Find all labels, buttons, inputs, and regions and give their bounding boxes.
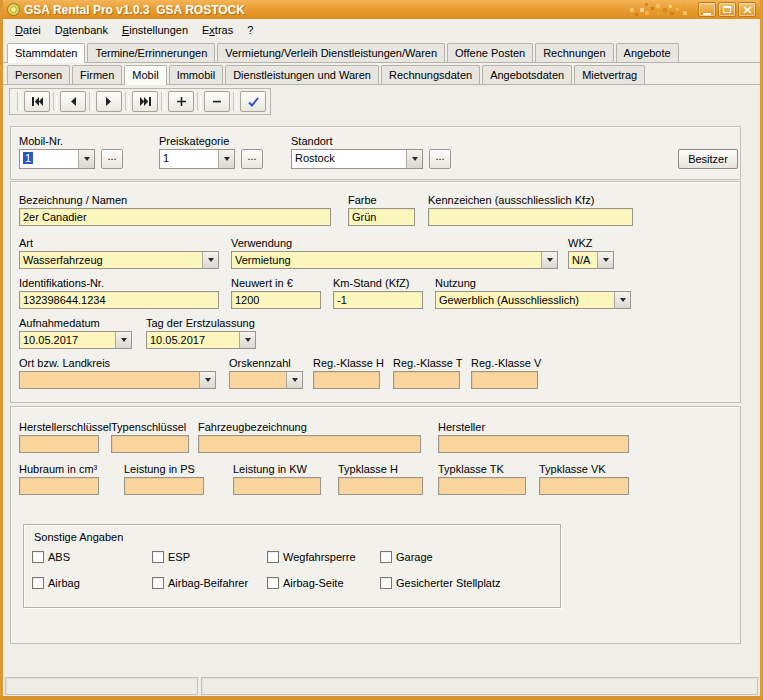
menu-item-text: tenbank [69,24,108,36]
besitzer-button[interactable]: Besitzer [678,149,738,169]
checkbox-label: Gesicherter Stellplatz [396,577,501,589]
menu-extras[interactable]: Extras [195,21,240,39]
checkbox-wegfahrsperre[interactable] [267,551,279,563]
km-stand-input[interactable]: -1 [333,291,423,309]
dropdown-button[interactable] [199,372,215,388]
hersteller-input[interactable] [438,435,629,453]
leistung-kw-input[interactable] [233,477,321,495]
tab-rechnungen[interactable]: Rechnungen [535,43,613,62]
nutzung-select[interactable]: Gewerblich (Ausschliesslich) [435,291,631,309]
tab-firmen[interactable]: Firmen [72,65,122,84]
fahrzeugbezeichnung-input[interactable] [198,435,421,453]
tab-personen[interactable]: Personen [7,65,70,84]
dropdown-button[interactable] [286,372,302,388]
tab-angebotsdaten[interactable]: Angebotsdaten [482,65,572,84]
checkbox-item-airbag-seite[interactable]: Airbag-Seite [267,577,344,589]
typklasse-tk-input[interactable] [438,477,526,495]
tab-rechnungsdaten[interactable]: Rechnungsdaten [381,65,480,84]
standort-select[interactable]: Rostock [291,149,423,169]
art-select[interactable]: Wasserfahrzeug [19,251,219,269]
checkbox-item-airbag[interactable]: Airbag [32,577,80,589]
delete-record-button[interactable] [204,91,230,112]
dropdown-button[interactable] [202,252,218,268]
window-controls [698,2,756,17]
typenschluessel-input[interactable] [111,435,189,453]
mobil-nr-browse-button[interactable]: ... [101,149,123,169]
preiskategorie-select[interactable]: 1 [159,149,235,169]
aufnahmedatum-select[interactable]: 10.05.2017 [19,331,132,349]
dropdown-button[interactable] [541,252,557,268]
dropdown-button[interactable] [78,150,94,168]
tab-angebote[interactable]: Angebote [616,43,679,62]
reg-klasse-h-input[interactable] [313,371,380,389]
confirm-record-button[interactable] [240,91,266,112]
verwendung-select[interactable]: Vermietung [231,251,558,269]
checkbox-garage[interactable] [380,551,392,563]
tab-dienstleistungen-waren[interactable]: Dienstleistungen und Waren [225,65,379,84]
ortskennzahl-select[interactable] [229,371,303,389]
dropdown-button[interactable] [406,150,422,168]
titlebar[interactable]: GSA Rental Pro v1.0.3 GSA ROSTOCK [3,0,760,19]
checkbox-abs[interactable] [32,551,44,563]
dropdown-button[interactable] [614,292,630,308]
checkbox-airbag-beifahrer[interactable] [152,577,164,589]
tab-offene-posten[interactable]: Offene Posten [447,43,533,62]
herstellerschluessel-input[interactable] [19,435,99,453]
menu-item-text: ? [247,24,253,36]
typklasse-h-input[interactable] [338,477,423,495]
previous-record-button[interactable] [60,91,86,112]
dropdown-button[interactable] [115,332,131,348]
identifikations-nr-input[interactable]: 132398644.1234 [19,291,219,309]
checkbox-item-abs[interactable]: ABS [32,551,70,563]
ort-landkreis-select[interactable] [19,371,216,389]
app-icon[interactable] [7,3,20,16]
field-label: Aufnahmedatum [19,317,132,329]
close-button[interactable] [738,2,756,17]
minimize-button[interactable] [698,2,716,17]
last-record-button[interactable] [132,91,158,112]
bezeichnung-input[interactable]: 2er Canadier [19,208,331,226]
checkbox-item-esp[interactable]: ESP [152,551,190,563]
checkbox-airbag-seite[interactable] [267,577,279,589]
selected-value: 10.05.2017 [147,332,239,348]
kennzeichen-input[interactable] [428,208,633,226]
dropdown-button[interactable] [597,252,613,268]
checkbox-gesicherter-stellplatz[interactable] [380,577,392,589]
tab-mobil[interactable]: Mobil [124,65,166,85]
checkbox-esp[interactable] [152,551,164,563]
menu-datenbank[interactable]: Datenbank [48,21,115,39]
tab-immobil[interactable]: Immobil [169,65,224,84]
wkz-select[interactable]: N/A [568,251,614,269]
typklasse-vk-input[interactable] [539,477,629,495]
checkbox-item-wegfahrsperre[interactable]: Wegfahrsperre [267,551,356,563]
tab-vermietung-verleih[interactable]: Vermietung/Verleih Dienstleistungen/Ware… [217,43,445,62]
tab-termine-errinnerungen[interactable]: Termine/Errinnerungen [87,43,215,62]
next-record-button[interactable] [96,91,122,112]
mobil-nr-select[interactable]: 1 [19,149,95,169]
checkbox-airbag[interactable] [32,577,44,589]
tab-stammdaten[interactable]: Stammdaten [7,43,85,63]
dropdown-button[interactable] [239,332,255,348]
erstzulassung-select[interactable]: 10.05.2017 [146,331,256,349]
preiskategorie-browse-button[interactable]: ... [241,149,263,169]
neuwert-input[interactable]: 1200 [231,291,321,309]
checkbox-item-gesicherter-stellplatz[interactable]: Gesicherter Stellplatz [380,577,501,589]
reg-klasse-t-input[interactable] [393,371,460,389]
toolbar-grip [161,92,165,111]
standort-browse-button[interactable]: ... [429,149,451,169]
menu-datei[interactable]: Datei [8,21,48,39]
field-label: WKZ [568,237,614,249]
menu-help[interactable]: ? [240,21,260,39]
menu-einstellungen[interactable]: Einstellungen [115,21,195,39]
leistung-ps-input[interactable] [124,477,204,495]
checkbox-item-airbag-beifahrer[interactable]: Airbag-Beifahrer [152,577,248,589]
reg-klasse-v-input[interactable] [471,371,538,389]
checkbox-item-garage[interactable]: Garage [380,551,433,563]
dropdown-button[interactable] [218,150,234,168]
farbe-input[interactable]: Grün [348,208,415,226]
tab-mietvertrag[interactable]: Mietvertrag [574,65,645,84]
hubraum-input[interactable] [19,477,99,495]
add-record-button[interactable] [168,91,194,112]
first-record-button[interactable] [24,91,50,112]
maximize-button[interactable] [718,2,736,17]
